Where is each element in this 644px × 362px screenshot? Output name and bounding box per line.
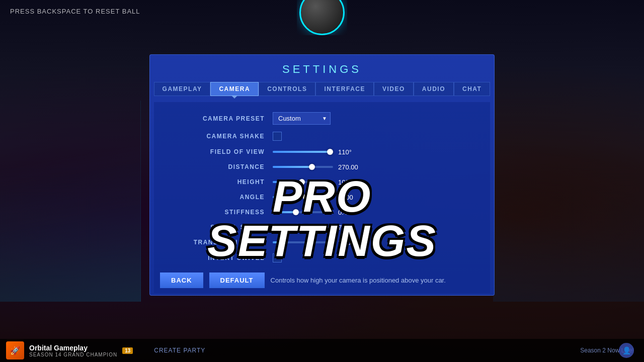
rank-badge: 13	[122, 347, 133, 354]
swivel-speed-value: 7.00	[338, 224, 366, 231]
transition-speed-track	[273, 241, 333, 243]
field-of-view-label: FIELD OF VIEW	[184, 148, 265, 155]
height-thumb[interactable]	[299, 179, 305, 185]
distance-value: 270.00	[338, 163, 366, 171]
grid-right-decoration	[493, 101, 644, 302]
transition-speed-thumb[interactable]	[279, 239, 285, 245]
settings-panel: SETTINGS GAMEPLAY CAMERA CONTROLS INTERF…	[149, 54, 495, 296]
height-track	[273, 181, 333, 183]
friends-icon[interactable]: 👤	[619, 343, 634, 358]
angle-row: ANGLE -5.00	[184, 193, 460, 201]
top-notice: PRESS BACKSPACE TO RESET BALL	[10, 8, 140, 15]
grid-left-decoration	[0, 101, 141, 302]
field-of-view-track	[273, 151, 333, 153]
pro-settings-overlay: PRO SETTINGS	[154, 174, 490, 263]
camera-shake-row: CAMERA SHAKE	[184, 132, 460, 141]
camera-preset-label: CAMERA PRESET	[184, 115, 265, 122]
angle-slider[interactable]	[273, 193, 333, 201]
tab-camera[interactable]: CAMERA	[210, 82, 259, 96]
invert-swivel-row: INVERT SWIVEL	[184, 253, 460, 262]
height-label: HEIGHT	[184, 178, 265, 186]
stiffness-value: 0.40	[338, 209, 366, 216]
default-button[interactable]: DEFAULT	[209, 273, 265, 288]
tab-video[interactable]: VIDEO	[374, 82, 414, 96]
distance-row: DISTANCE 270.00	[184, 163, 460, 171]
distance-label: DISTANCE	[184, 163, 265, 170]
height-fill	[273, 181, 302, 183]
angle-value: -5.00	[338, 194, 366, 201]
angle-thumb[interactable]	[303, 194, 309, 200]
invert-swivel-checkbox[interactable]	[273, 253, 282, 262]
tab-gameplay[interactable]: GAMEPLAY	[154, 82, 211, 96]
angle-track	[273, 196, 333, 198]
height-value: 100.00	[338, 178, 366, 186]
transition-speed-label: TRANSITION SPEED	[184, 239, 265, 246]
tab-audio[interactable]: AUDIO	[414, 82, 454, 96]
create-party-button[interactable]: CREATE PARTY	[154, 347, 205, 354]
swivel-speed-fill	[273, 226, 306, 228]
height-row: HEIGHT 100.00	[184, 178, 460, 186]
season-notice: Season 2 Now Live!	[580, 347, 644, 354]
stiffness-thumb[interactable]	[293, 209, 299, 215]
transition-speed-value: 1.20	[338, 239, 366, 246]
player-details: Orbital Gameplay SEASON 14 GRAND CHAMPIO…	[29, 344, 117, 357]
hint-text: Controls how high your camera is positio…	[271, 277, 446, 284]
status-bar: 🚀 Orbital Gameplay SEASON 14 GRAND CHAMP…	[0, 339, 644, 362]
distance-slider[interactable]	[273, 163, 333, 171]
field-of-view-fill	[273, 151, 330, 153]
field-of-view-thumb[interactable]	[327, 149, 333, 155]
settings-content: CAMERA PRESET Custom ▼ CAMERA SHAKE FIEL…	[154, 102, 490, 293]
stiffness-slider[interactable]	[273, 208, 333, 216]
player-rank: SEASON 14 GRAND CHAMPION	[29, 352, 117, 357]
camera-preset-row: CAMERA PRESET Custom ▼	[184, 112, 460, 125]
player-name: Orbital Gameplay	[29, 344, 117, 352]
stiffness-label: STIFFNESS	[184, 209, 265, 216]
ball	[299, 0, 345, 35]
tabs-container: GAMEPLAY CAMERA CONTROLS INTERFACE VIDEO…	[150, 82, 494, 100]
angle-fill	[273, 196, 306, 198]
tab-controls[interactable]: CONTROLS	[259, 82, 315, 96]
angle-label: ANGLE	[184, 194, 265, 201]
swivel-speed-row: SWIVEL SPEED 7.00	[184, 223, 460, 231]
invert-swivel-label: INVERT SWIVEL	[184, 254, 265, 261]
camera-preset-value: Custom	[278, 115, 301, 122]
stiffness-row: STIFFNESS 0.40	[184, 208, 460, 216]
player-info: 🚀 Orbital Gameplay SEASON 14 GRAND CHAMP…	[0, 341, 139, 359]
field-of-view-row: FIELD OF VIEW 110°	[184, 148, 460, 156]
swivel-speed-label: SWIVEL SPEED	[184, 224, 265, 231]
field-of-view-value: 110°	[338, 148, 366, 156]
player-avatar: 🚀	[6, 341, 24, 359]
stiffness-track	[273, 211, 333, 213]
field-of-view-slider[interactable]	[273, 148, 333, 156]
dropdown-arrow-icon: ▼	[322, 116, 327, 121]
height-slider[interactable]	[273, 178, 333, 186]
bottom-bar: BACK DEFAULT Controls how high your came…	[150, 265, 494, 295]
swivel-speed-track	[273, 226, 333, 228]
settings-title: SETTINGS	[150, 55, 494, 82]
tab-interface[interactable]: INTERFACE	[315, 82, 374, 96]
camera-shake-checkbox[interactable]	[273, 132, 282, 141]
back-button[interactable]: BACK	[160, 273, 203, 288]
camera-preset-dropdown[interactable]: Custom ▼	[273, 112, 331, 125]
ball-decoration	[297, 0, 347, 35]
transition-speed-slider[interactable]	[273, 238, 333, 246]
tab-chat[interactable]: CHAT	[454, 82, 490, 96]
transition-speed-row: TRANSITION SPEED 1.20	[184, 238, 460, 246]
distance-thumb[interactable]	[309, 164, 315, 170]
swivel-speed-thumb[interactable]	[303, 224, 309, 230]
camera-shake-label: CAMERA SHAKE	[184, 133, 265, 140]
distance-track	[273, 166, 333, 168]
distance-fill	[273, 166, 312, 168]
swivel-speed-slider[interactable]	[273, 223, 333, 231]
